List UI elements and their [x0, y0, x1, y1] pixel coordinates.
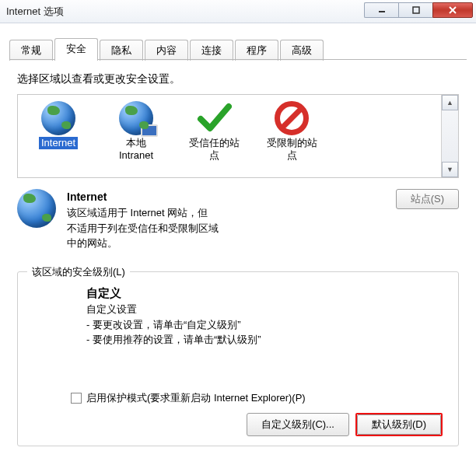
tab-connections[interactable]: 连接	[190, 40, 233, 61]
tab-programs[interactable]: 程序	[235, 40, 278, 61]
custom-subtitle: 自定义设置	[86, 302, 444, 317]
scroll-track[interactable]	[442, 110, 458, 162]
zone-desc-l2: 不适用于列在受信任和受限制区域	[67, 222, 219, 234]
zone-desc-l1: 该区域适用于 Internet 网站，但	[67, 207, 208, 219]
intranet-icon	[97, 100, 175, 137]
security-level-group: 该区域的安全级别(L) 自定义 自定义设置 - 要更改设置，请单击“自定义级别”…	[17, 271, 459, 446]
tab-advanced[interactable]: 高级	[280, 40, 324, 61]
highlight-box: 默认级别(D)	[355, 413, 443, 436]
check-icon	[175, 100, 253, 137]
globe-icon	[19, 100, 97, 137]
protected-mode-label: 启用保护模式(要求重新启动 Internet Explorer)(P)	[86, 391, 306, 405]
custom-level-button[interactable]: 自定义级别(C)...	[247, 413, 349, 436]
zone-intranet[interactable]: 本地 Intranet	[97, 100, 175, 161]
protected-mode-checkbox[interactable]	[71, 393, 82, 404]
security-level-legend: 该区域的安全级别(L)	[27, 265, 130, 279]
tab-privacy[interactable]: 隐私	[100, 40, 143, 61]
tab-bar: 常规 安全 隐私 内容 连接 程序 高级	[0, 23, 476, 60]
close-button[interactable]	[432, 2, 473, 18]
custom-hint-2: - 要使用推荐的设置，请单击“默认级别”	[86, 332, 444, 348]
zone-label2: 点	[253, 149, 331, 162]
zone-desc-l3: 中的网站。	[67, 237, 117, 249]
zone-instruction: 选择区域以查看或更改安全设置。	[17, 72, 459, 86]
custom-level-description: 自定义 自定义设置 - 要更改设置，请单击“自定义级别” - 要使用推荐的设置，…	[86, 285, 444, 348]
security-panel: 选择区域以查看或更改安全设置。 Internet 本地 Intranet	[0, 60, 476, 451]
zone-description-row: Internet 该区域适用于 Internet 网站，但 不适用于列在受信任和…	[17, 189, 459, 251]
default-level-button[interactable]: 默认级别(D)	[357, 414, 441, 435]
zone-label: Internet	[39, 137, 78, 149]
maximize-button[interactable]	[398, 2, 432, 18]
zone-selector: Internet 本地 Intranet 受信任的站 点	[17, 94, 459, 178]
tab-content[interactable]: 内容	[145, 40, 188, 61]
protected-mode-row: 启用保护模式(要求重新启动 Internet Explorer)(P)	[71, 391, 444, 405]
zone-description: Internet 该区域适用于 Internet 网站，但 不适用于列在受信任和…	[67, 189, 219, 251]
zone-list: Internet 本地 Intranet 受信任的站 点	[18, 95, 441, 177]
zone-restricted[interactable]: 受限制的站 点	[253, 100, 331, 161]
window-title: Internet 选项	[6, 5, 64, 19]
zone-label: 受信任的站	[189, 137, 240, 149]
custom-hint-1: - 要更改设置，请单击“自定义级别”	[86, 317, 444, 333]
zone-internet[interactable]: Internet	[19, 100, 97, 149]
zone-desc-title: Internet	[67, 191, 107, 203]
scroll-down-button[interactable]: ▼	[442, 162, 458, 177]
zone-label: 受限制的站	[267, 137, 317, 149]
scroll-up-button[interactable]: ▲	[442, 95, 458, 110]
svg-rect-1	[413, 7, 419, 13]
tab-general[interactable]: 常规	[9, 40, 53, 61]
restricted-icon	[253, 100, 331, 137]
zone-label2: 点	[175, 149, 253, 162]
titlebar: Internet 选项	[0, 0, 476, 23]
zone-trusted[interactable]: 受信任的站 点	[175, 100, 253, 161]
zone-scrollbar[interactable]: ▲ ▼	[441, 95, 458, 177]
window-buttons	[364, 2, 473, 18]
custom-title: 自定义	[86, 285, 444, 302]
level-buttons-row: 自定义级别(C)... 默认级别(D)	[32, 413, 443, 436]
globe-icon	[17, 189, 56, 251]
tab-security[interactable]: 安全	[54, 38, 98, 61]
minimize-button[interactable]	[364, 2, 398, 18]
zone-label: 本地	[126, 137, 146, 149]
sites-button[interactable]: 站点(S)	[396, 189, 459, 209]
zone-label2: Intranet	[97, 149, 175, 162]
